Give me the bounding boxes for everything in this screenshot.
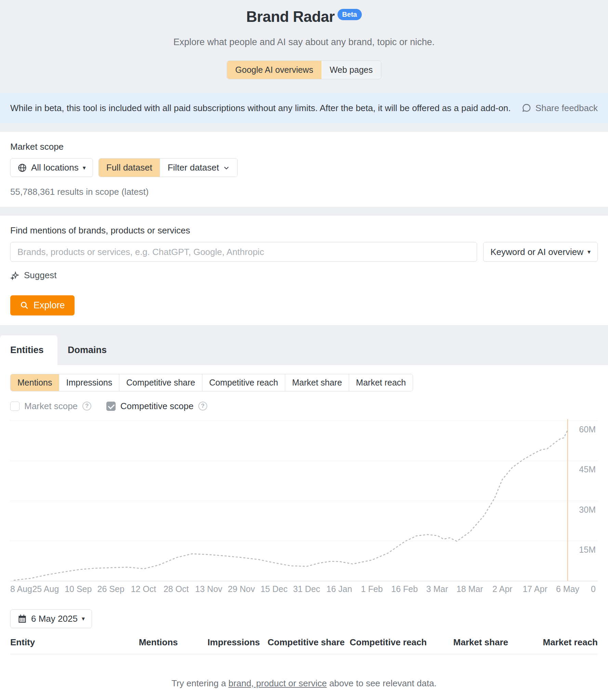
x-tick-2-Apr: 2 Apr <box>492 584 512 594</box>
x-tick-29-Nov: 29 Nov <box>228 584 255 594</box>
column-header-entity[interactable]: Entity <box>10 637 108 648</box>
x-tick-10-Sep: 10 Sep <box>65 584 92 594</box>
banner-text: While in beta, this tool is included wit… <box>10 103 511 113</box>
competitive-scope-checkbox[interactable] <box>106 402 116 411</box>
line-chart-canvas: 60M45M30M15M08 Aug25 Aug10 Sep26 Sep12 O… <box>10 417 598 603</box>
mode-dropdown-label: Keyword or AI overview <box>490 247 583 257</box>
beta-badge: Beta <box>338 9 362 20</box>
y-tick-0: 0 <box>591 584 596 594</box>
mentions-chart: 60M45M30M15M08 Aug25 Aug10 Sep26 Sep12 O… <box>10 417 598 605</box>
date-picker-value: 6 May 2025 <box>31 614 78 624</box>
tab-entities[interactable]: Entities <box>0 335 57 365</box>
x-tick-15-Dec: 15 Dec <box>261 584 288 594</box>
y-tick-15M: 15M <box>579 544 596 554</box>
metric-tab-market-share[interactable]: Market share <box>285 374 349 391</box>
x-tick-1-Feb: 1 Feb <box>361 584 383 594</box>
x-tick-3-Mar: 3 Mar <box>426 584 448 594</box>
page-subtitle: Explore what people and AI say about any… <box>0 37 608 48</box>
x-tick-16-Jan: 16 Jan <box>327 584 352 594</box>
find-mentions-section: Find mentions of brands, products or ser… <box>0 216 608 325</box>
empty-state-text: Try entering a brand, product or service… <box>10 678 598 689</box>
x-tick-25-Aug: 25 Aug <box>32 584 59 594</box>
market-scope-checkbox[interactable] <box>10 402 19 411</box>
full-dataset-button[interactable]: Full dataset <box>99 159 160 177</box>
results-in-scope-text: 55,788,361 results in scope (latest) <box>10 187 598 197</box>
column-header-market-reach[interactable]: Market reach <box>508 637 598 648</box>
series-line-competitive-scope <box>14 430 568 580</box>
column-header-impressions[interactable]: Impressions <box>178 637 260 648</box>
toggle-web-pages[interactable]: Web pages <box>321 61 381 79</box>
x-tick-12-Oct: 12 Oct <box>131 584 156 594</box>
explore-button[interactable]: Explore <box>10 295 75 315</box>
x-tick-31-Dec: 31 Dec <box>293 584 320 594</box>
source-toggle: Google AI overviews Web pages <box>227 60 381 79</box>
tab-domains[interactable]: Domains <box>57 335 115 365</box>
column-header-competitive-reach[interactable]: Competitive reach <box>345 637 427 648</box>
column-header-competitive-share[interactable]: Competitive share <box>260 637 345 648</box>
market-scope-section: Market scope All locations ▾ Full datase… <box>0 132 608 207</box>
globe-icon <box>17 163 27 173</box>
x-tick-8-Aug: 8 Aug <box>10 584 32 594</box>
filter-dataset-button[interactable]: Filter dataset <box>160 159 237 177</box>
empty-suffix: above to see relevant data. <box>327 678 437 688</box>
results-table-header: EntityMentionsImpressionsCompetitive sha… <box>10 637 598 654</box>
column-header-market-share[interactable]: Market share <box>427 637 508 648</box>
y-tick-45M: 45M <box>579 465 596 474</box>
x-tick-13-Nov: 13 Nov <box>195 584 223 594</box>
sparkles-icon <box>10 271 20 280</box>
chevron-down-icon <box>223 164 230 171</box>
speech-bubble-icon <box>522 103 531 113</box>
share-feedback-link[interactable]: Share feedback <box>522 103 598 113</box>
help-icon[interactable]: ? <box>82 402 91 410</box>
x-tick-26-Sep: 26 Sep <box>97 584 124 594</box>
page-title: Brand Radar <box>246 8 335 25</box>
suggest-label: Suggest <box>24 270 56 281</box>
caret-down-icon: ▾ <box>82 615 85 622</box>
caret-down-icon: ▾ <box>587 248 591 256</box>
caret-down-icon: ▾ <box>83 164 86 172</box>
x-tick-28-Oct: 28 Oct <box>163 584 189 594</box>
competitive-scope-label: Competitive scope <box>120 401 194 412</box>
metric-tab-competitive-reach[interactable]: Competitive reach <box>202 374 285 391</box>
search-input[interactable] <box>10 242 477 262</box>
market-scope-checkbox-item[interactable]: Market scope ? <box>10 401 91 412</box>
dataset-toggle: Full dataset Filter dataset <box>98 158 238 177</box>
date-picker-button[interactable]: 6 May 2025 ▾ <box>10 609 92 628</box>
beta-banner: While in beta, this tool is included wit… <box>0 93 608 123</box>
filter-dataset-label: Filter dataset <box>168 162 219 173</box>
y-tick-60M: 60M <box>579 425 596 434</box>
column-header-mentions[interactable]: Mentions <box>108 637 178 648</box>
toggle-google-ai-overviews[interactable]: Google AI overviews <box>227 61 321 79</box>
competitive-scope-checkbox-item[interactable]: Competitive scope ? <box>106 401 207 412</box>
locations-dropdown-label: All locations <box>31 162 79 173</box>
search-icon <box>20 301 29 310</box>
find-mentions-heading: Find mentions of brands, products or ser… <box>10 225 598 236</box>
x-tick-16-Feb: 16 Feb <box>391 584 418 594</box>
metric-tab-competitive-share[interactable]: Competitive share <box>119 374 202 391</box>
help-icon[interactable]: ? <box>198 402 207 410</box>
empty-state-link[interactable]: brand, product or service <box>228 678 327 688</box>
metric-tab-market-reach[interactable]: Market reach <box>349 374 413 391</box>
x-tick-17-Apr: 17 Apr <box>523 584 547 594</box>
scope-checkboxes: Market scope ? Competitive scope ? <box>10 401 598 412</box>
x-tick-18-Mar: 18 Mar <box>457 584 483 594</box>
entity-domain-tabs: EntitiesDomains <box>0 335 608 365</box>
results-panel: MentionsImpressionsCompetitive shareComp… <box>0 365 608 700</box>
market-scope-heading: Market scope <box>10 142 598 152</box>
locations-dropdown[interactable]: All locations ▾ <box>10 158 93 177</box>
explore-label: Explore <box>34 300 65 311</box>
share-feedback-label: Share feedback <box>536 103 598 113</box>
page-header: Brand Radar Beta Explore what people and… <box>0 0 608 93</box>
calendar-icon <box>17 614 27 623</box>
market-scope-label: Market scope <box>24 401 78 412</box>
metric-tabs: MentionsImpressionsCompetitive shareComp… <box>10 374 413 391</box>
suggest-button[interactable]: Suggest <box>10 270 56 281</box>
metric-tab-mentions[interactable]: Mentions <box>11 374 59 391</box>
x-tick-6-May: 6 May <box>556 584 580 594</box>
y-tick-30M: 30M <box>579 504 596 514</box>
mode-dropdown[interactable]: Keyword or AI overview ▾ <box>483 242 598 262</box>
metric-tab-impressions[interactable]: Impressions <box>59 374 119 391</box>
empty-prefix: Try entering a <box>171 678 228 688</box>
